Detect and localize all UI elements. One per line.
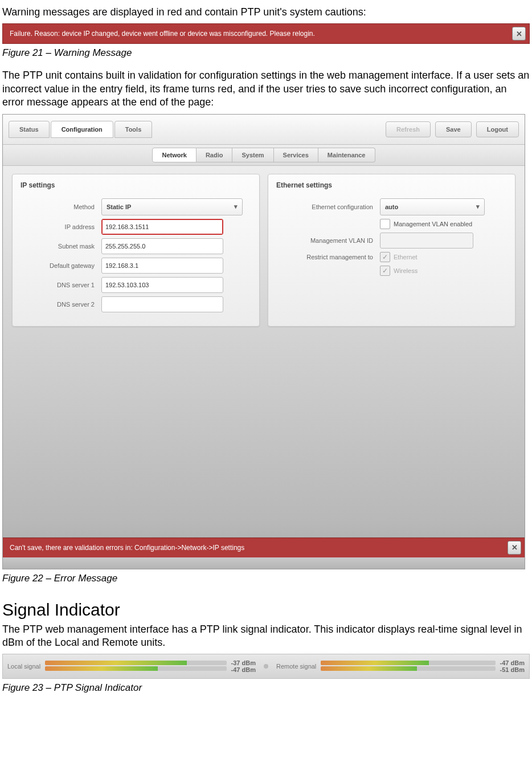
signal-heading: Signal Indicator: [2, 600, 530, 620]
vlan-enabled-label: Management VLAN enabled: [394, 221, 472, 227]
tab-status[interactable]: Status: [9, 121, 50, 138]
restrict-wireless-checkbox: ✓: [380, 266, 390, 276]
local-signal-meter: [45, 659, 227, 673]
main-tabs: Status Configuration Tools: [9, 121, 153, 138]
restrict-ethernet-label: Ethernet: [394, 254, 418, 260]
vlan-id-label: Management VLAN ID: [276, 237, 380, 244]
ip-address-input[interactable]: [101, 219, 223, 235]
remote-bot-value: -51 dBm: [500, 666, 525, 673]
figure21-caption: Figure 21 – Warning Message: [2, 47, 530, 59]
ip-settings-title: IP settings: [21, 181, 251, 189]
error-bar: Can't save, there are validation errors …: [3, 537, 525, 557]
tab-configuration[interactable]: Configuration: [51, 121, 113, 138]
tab-tools[interactable]: Tools: [114, 121, 153, 138]
signal-paragraph: The PTP web management interface has a P…: [2, 623, 530, 650]
gateway-input[interactable]: [101, 258, 223, 274]
top-bar: Status Configuration Tools Refresh Save …: [3, 115, 525, 145]
validation-paragraph: The PTP unit contains built in validatio…: [2, 69, 530, 109]
signal-indicator-bar: Local signal -37 dBm -47 dBm Remote sign…: [2, 654, 530, 679]
restrict-ethernet-checkbox: ✓: [380, 252, 390, 262]
error-text: Can't save, there are validation errors …: [10, 544, 244, 552]
local-bot-value: -47 dBm: [231, 666, 256, 673]
ip-label: IP address: [21, 223, 101, 230]
eth-cfg-select[interactable]: auto: [380, 198, 485, 215]
sub-nav: Network Radio System Services Maintenanc…: [3, 145, 525, 166]
vlan-enabled-checkbox[interactable]: [380, 219, 390, 229]
eth-cfg-label: Ethernet configuration: [276, 203, 380, 210]
logout-button[interactable]: Logout: [476, 121, 519, 137]
dns2-label: DNS server 2: [21, 301, 101, 308]
figure23-caption: Figure 23 – PTP Signal Indicator: [2, 682, 530, 694]
remote-signal-meter: [321, 659, 495, 673]
local-top-value: -37 dBm: [231, 659, 256, 666]
method-label: Method: [21, 203, 101, 210]
close-icon[interactable]: ✕: [512, 27, 526, 40]
subnet-mask-input[interactable]: [101, 238, 223, 254]
close-icon[interactable]: ✕: [508, 541, 521, 555]
ip-settings-panel: IP settings Method Static IP IP address …: [12, 174, 260, 327]
method-select[interactable]: Static IP: [101, 198, 243, 215]
figure22-caption: Figure 22 – Error Message: [2, 573, 530, 584]
warning-text: Failure. Reason: device IP changed, devi…: [10, 30, 315, 38]
remote-top-value: -47 dBm: [500, 659, 525, 666]
remote-signal-label: Remote signal: [276, 663, 316, 670]
intro-paragraph: Warning messages are displayed in red an…: [2, 6, 530, 19]
divider-dot-icon: [264, 664, 268, 669]
subtab-radio[interactable]: Radio: [197, 148, 233, 162]
ethernet-panel: Ethernet settings Ethernet configuration…: [268, 174, 515, 327]
subtab-system[interactable]: System: [232, 148, 273, 162]
save-button[interactable]: Save: [435, 121, 472, 137]
dns1-label: DNS server 1: [21, 282, 101, 288]
refresh-button: Refresh: [386, 121, 431, 137]
dns2-input[interactable]: [101, 296, 223, 312]
restrict-wireless-label: Wireless: [394, 267, 418, 274]
vlan-id-input: [380, 233, 473, 249]
local-signal-label: Local signal: [7, 663, 40, 670]
warning-bar: Failure. Reason: device IP changed, devi…: [2, 23, 530, 44]
dns1-input[interactable]: [101, 277, 223, 293]
subtab-services[interactable]: Services: [274, 148, 318, 162]
subtab-maintenance[interactable]: Maintenance: [318, 148, 375, 162]
restrict-label: Restrict management to: [276, 254, 380, 260]
gateway-label: Default gateway: [21, 262, 101, 269]
eth-title: Ethernet settings: [276, 181, 507, 189]
config-screenshot: Status Configuration Tools Refresh Save …: [2, 114, 525, 569]
mask-label: Subnet mask: [21, 243, 101, 250]
subtab-network[interactable]: Network: [152, 148, 196, 162]
